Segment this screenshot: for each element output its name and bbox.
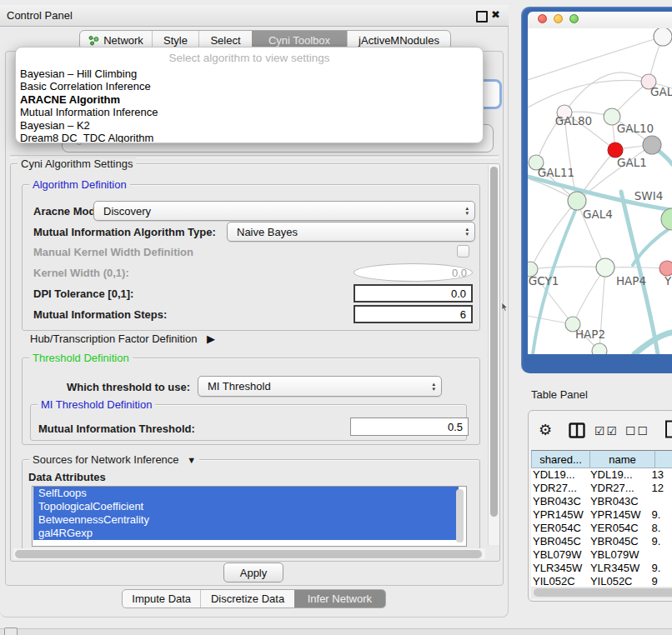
algorithm-option-bayesian-k2[interactable]: Bayesian – K2 (16, 119, 483, 132)
bottom-tab-discretize-data[interactable]: Discretize Data (200, 590, 293, 608)
network-edge[interactable] (528, 80, 649, 108)
table-row[interactable]: YER054CYER054C8. (531, 522, 672, 535)
table-cell: YBR045C (531, 535, 587, 548)
data-attribute-betweennesscentrality[interactable]: BetweennessCentrality (33, 513, 459, 527)
data-attributes-label: Data Attributes (28, 471, 106, 483)
tab-label: Cyni Toolbox (268, 34, 330, 47)
aracne-mode-select[interactable]: Discovery ▴▾ (93, 201, 475, 221)
sources-title: Sources for Network Inference (33, 453, 179, 466)
screen: Control Panel ✖ NetworkStyleSelectCyni T… (0, 0, 672, 635)
table-row[interactable]: YBL079WYBL079W (531, 548, 672, 562)
node-label-gal11: GAL11 (538, 166, 574, 179)
table-cell: 9. (649, 508, 672, 522)
data-attributes-list[interactable]: SelfLoopsTopologicalCoefficientBetweenne… (32, 486, 467, 547)
float-window-button[interactable] (476, 11, 488, 22)
zoom-window-icon[interactable] (569, 14, 579, 23)
minimize-window-icon[interactable] (554, 14, 563, 23)
node-label-swi4: SWI4 (634, 189, 664, 202)
mi-steps-input[interactable]: 6 (354, 305, 473, 323)
table-horizontal-scrollbar[interactable] (531, 587, 672, 598)
sources-toggle[interactable]: Sources for Network Inference ▼ (29, 453, 199, 466)
corner-node[interactable] (654, 28, 672, 46)
tab-label: Select (210, 34, 240, 47)
algorithm-option-aracne-algorithm[interactable]: ARACNE Algorithm (16, 93, 483, 106)
column-header-name[interactable]: name (590, 450, 655, 468)
table-row[interactable]: YBR043CYBR043C (531, 495, 672, 508)
close-window-icon[interactable] (538, 14, 547, 23)
network-edge-highlight[interactable] (659, 151, 672, 164)
mi-algorithm-type-value: Naive Bayes (237, 226, 298, 238)
table-cell: YPR145W (587, 508, 649, 522)
network-edge[interactable] (530, 201, 577, 269)
bottom-node[interactable] (592, 343, 607, 354)
gear-icon[interactable]: ⚙ (539, 421, 552, 439)
algorithm-option-bayesian-hill-climbing[interactable]: Bayesian – Hill Climbing (16, 68, 483, 80)
network-edge-highlight[interactable] (633, 227, 672, 265)
table-cell: YIL052C (531, 575, 587, 587)
table-row[interactable]: YDR27...YDR27...12 (531, 482, 672, 495)
kernel-width-input[interactable]: 0.0 (354, 263, 473, 282)
tab-label: jActiveMNodules (359, 34, 439, 47)
collapse-arrow-icon: ▼ (187, 455, 196, 465)
hub-definition-toggle[interactable]: Hub/Transcription Factor Definition ▶ (30, 332, 215, 345)
algorithm-option-mutual-information-inference[interactable]: Mutual Information Inference (16, 106, 483, 118)
list-scrollbar-thumb[interactable] (456, 489, 464, 542)
scrollbar-thumb[interactable] (534, 588, 672, 597)
select-all-icon[interactable]: ☑☑ (594, 424, 619, 438)
network-edge[interactable] (528, 37, 663, 80)
mouse-cursor (501, 302, 509, 312)
data-attribute-topologicalcoefficient[interactable]: TopologicalCoefficient (33, 500, 459, 513)
scrollbar-thumb[interactable] (490, 167, 498, 517)
network-edge[interactable] (530, 267, 605, 269)
bottom-tab-infer-network[interactable]: Infer Network (294, 590, 385, 608)
bottom-tab-impute-data[interactable]: Impute Data (123, 590, 200, 608)
data-attribute-gal4rgexp[interactable]: gal4RGexp (33, 527, 459, 540)
table-row[interactable]: YBR045CYBR045C9. (531, 535, 672, 548)
network-canvas[interactable]: GALGAL80GAL10GAL1GAL11SWI4GAL4GCY1HAP4YH… (528, 28, 672, 354)
dpi-tolerance-input[interactable]: 0.0 (354, 284, 473, 302)
table-cell: YLR345W (531, 562, 587, 575)
settings-vertical-scrollbar[interactable] (488, 165, 499, 545)
mi-algorithm-type-select[interactable]: Naive Bayes ▴▾ (227, 222, 475, 242)
node-label-gal: GAL (650, 85, 672, 98)
column-header-shared[interactable]: shared... (531, 450, 590, 468)
table-row[interactable]: YPR145WYPR145W9. (531, 508, 672, 522)
network-edge[interactable] (573, 268, 605, 324)
network-edge-highlight[interactable] (621, 192, 658, 354)
document-icon[interactable] (664, 420, 672, 438)
split-columns-icon[interactable] (569, 422, 585, 438)
table-body: YDL19...YDL19...13YDR27...YDR27...12YBR0… (531, 468, 672, 587)
kernel-width-label: Kernel Width (0,1): (33, 267, 129, 279)
data-attribute-selfloops[interactable]: SelfLoops (33, 487, 459, 500)
algorithm-option-dream8-dc-tdc-algorithm[interactable]: Dream8 DC_TDC Algorithm (16, 132, 483, 143)
table-row[interactable]: YLR345WYLR345W9. (531, 562, 672, 575)
minimized-panel-icon[interactable] (4, 628, 18, 635)
close-panel-button[interactable]: ✖ (491, 8, 500, 21)
table-row[interactable]: YIL052CYIL052C9 (531, 575, 672, 587)
algorithm-option-basic-correlation-inference[interactable]: Basic Correlation Inference (16, 80, 483, 92)
table-cell: 9 (649, 575, 672, 587)
column-header-extra[interactable] (655, 450, 672, 468)
mi-threshold-input[interactable]: 0.5 (350, 418, 469, 436)
table-cell (649, 548, 672, 562)
node-label-y: Y (664, 274, 672, 288)
network-window-titlebar[interactable] (528, 12, 672, 28)
algorithm-dropdown-popup: Select algorithm to view settings Bayesi… (15, 47, 484, 143)
hap4-node[interactable] (596, 258, 614, 277)
tab-label: Style (163, 34, 188, 47)
table-cell: YDR27... (587, 482, 649, 495)
table-row[interactable]: YDL19...YDL19...13 (531, 468, 672, 482)
hub-definition-label: Hub/Transcription Factor Definition (30, 332, 197, 345)
deselect-all-icon[interactable]: ☐☐ (625, 424, 649, 438)
which-threshold-select[interactable]: MI Threshold ▴▾ (198, 376, 442, 397)
scrollbar-thumb[interactable] (15, 550, 482, 558)
apply-button[interactable]: Apply (223, 562, 283, 582)
status-strip (0, 628, 672, 635)
table-cell: YBR043C (531, 495, 587, 508)
stepper-icon: ▴▾ (465, 202, 469, 220)
manual-kernel-checkbox[interactable] (457, 245, 469, 258)
settings-horizontal-scrollbar[interactable] (13, 548, 485, 559)
gray-node[interactable] (643, 136, 661, 154)
mi-threshold-label: Mutual Information Threshold: (38, 422, 195, 435)
swi4-node[interactable] (661, 208, 672, 230)
